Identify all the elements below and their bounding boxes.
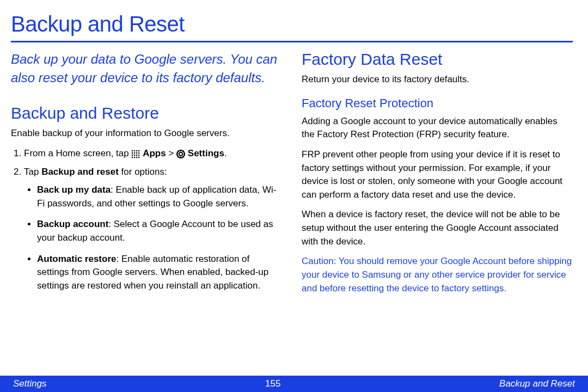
option-backup-account: Backup account: Select a Google Account … xyxy=(37,218,282,244)
svg-point-3 xyxy=(138,150,140,152)
svg-point-12 xyxy=(132,157,133,158)
bullet-term: Back up my data xyxy=(37,185,111,195)
svg-point-15 xyxy=(138,157,140,158)
svg-point-7 xyxy=(138,152,140,154)
svg-line-22 xyxy=(177,151,179,152)
footer-page-number: 155 xyxy=(265,378,280,389)
svg-point-1 xyxy=(134,150,136,152)
svg-line-25 xyxy=(177,156,179,157)
settings-gear-icon xyxy=(176,149,185,158)
step-2: Tap Backup and reset for options: Back u… xyxy=(24,166,282,292)
option-automatic-restore: Automatic restore: Enable automatic rest… xyxy=(37,253,282,293)
subsection-heading-frp: Factory Reset Protection xyxy=(302,96,573,111)
title-rule xyxy=(11,41,573,42)
svg-point-8 xyxy=(132,155,133,156)
settings-label: Settings xyxy=(188,148,224,158)
svg-point-0 xyxy=(132,150,133,152)
option-backup-my-data: Back up my data: Enable back up of appli… xyxy=(37,183,282,210)
section-heading-factory-reset: Factory Data Reset xyxy=(302,50,573,69)
page-title: Backup and Reset xyxy=(11,12,573,36)
svg-point-2 xyxy=(136,150,138,152)
step-1: From a Home screen, tap Apps > xyxy=(24,147,282,161)
gt-sep: > xyxy=(168,148,176,158)
options-list: Back up my data: Enable back up of appli… xyxy=(24,183,282,292)
steps-list: From a Home screen, tap Apps > xyxy=(11,147,282,293)
svg-point-4 xyxy=(132,152,133,154)
frp-p3: When a device is factory reset, the devi… xyxy=(302,208,573,248)
frp-p1: Adding a Google account to your device a… xyxy=(302,115,573,142)
bullet-term: Automatic restore xyxy=(37,254,116,264)
svg-point-9 xyxy=(134,155,136,156)
caution-note: Caution: You should remove your Google A… xyxy=(302,255,573,295)
frp-p2: FRP prevent other people from using your… xyxy=(302,148,573,202)
step1-pre: From a Home screen, tap xyxy=(24,148,131,158)
caution-label: Caution xyxy=(302,256,334,266)
section1-lead: Enable backup of your information to Goo… xyxy=(11,127,282,140)
svg-point-10 xyxy=(136,155,138,156)
svg-point-13 xyxy=(134,157,136,158)
apps-grid-icon xyxy=(131,149,140,158)
svg-point-11 xyxy=(138,155,140,156)
step2-bold: Backup and reset xyxy=(41,167,119,177)
section-heading-backup-restore: Backup and Restore xyxy=(11,104,282,122)
step1-post: . xyxy=(224,148,227,158)
svg-point-14 xyxy=(136,157,138,158)
svg-line-24 xyxy=(183,151,184,152)
apps-label: Apps xyxy=(143,148,166,158)
bullet-term: Backup account xyxy=(37,219,108,229)
content-columns: Back up your data to Google servers. You… xyxy=(11,50,573,301)
svg-line-23 xyxy=(183,156,184,157)
step2-pre: Tap xyxy=(24,167,41,177)
caution-text: : You should remove your Google Account … xyxy=(302,256,572,293)
right-column: Factory Data Reset Return your device to… xyxy=(302,50,573,301)
left-column: Back up your data to Google servers. You… xyxy=(11,50,282,301)
svg-point-5 xyxy=(134,152,136,154)
intro-text: Back up your data to Google servers. You… xyxy=(11,50,282,87)
footer-chapter: Backup and Reset xyxy=(499,378,575,389)
manual-page: Backup and Reset Back up your data to Go… xyxy=(0,0,588,392)
footer-section: Settings xyxy=(13,378,46,389)
page-footer: Settings 155 Backup and Reset xyxy=(0,376,588,392)
step2-post: for options: xyxy=(119,167,167,177)
svg-point-6 xyxy=(136,152,138,154)
section2-lead: Return your device to its factory defaul… xyxy=(302,73,573,87)
svg-point-17 xyxy=(179,152,182,156)
